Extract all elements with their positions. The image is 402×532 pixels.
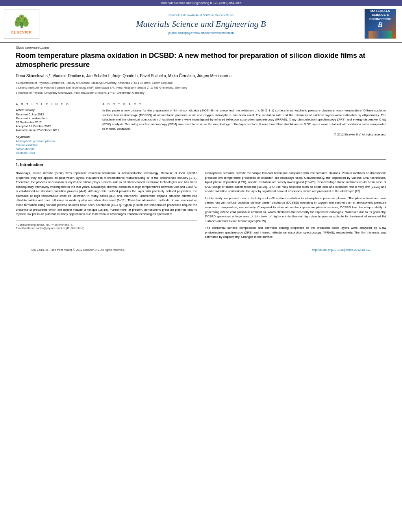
article-type-label: Short communication [16,46,386,50]
keyword-1: Atmospheric pressure plasma [16,139,94,143]
history-revised-label: Received in revised form [16,117,94,120]
keywords-title: Keywords: [16,135,94,139]
intro-para-1: Nowadays, silicon dioxide (SiO2) films r… [16,171,197,216]
affiliations: a Department of Physical Electronics, Fa… [16,81,386,95]
mseb-logo-line3: ENGINEERING [369,17,391,21]
journal-title: Materials Science and Engineering B [136,19,266,29]
article-info-header: A R T I C L E I N F O [16,102,94,106]
page: Materials Science and Engineering B 178 … [0,0,402,532]
divider-1 [16,99,386,99]
body-col-left: Nowadays, silicon dioxide (SiO2) films r… [16,171,197,241]
affiliation-a: a Department of Physical Electronics, Fa… [16,81,386,85]
svg-point-8 [24,19,25,20]
abstract-header: A B S T R A C T [102,102,386,106]
copyright-notice: © 2012 Elsevier B.V. All rights reserved… [102,133,386,136]
abstract-text: In this paper a new process for the prep… [102,108,386,131]
mseb-logo-line2: SCIENCE & [372,13,389,17]
sciverse-link: Contents lists available at SciVerse Sci… [169,13,233,17]
journal-homepage: journal homepage: www.elsevier.com/locat… [168,31,233,35]
footnote-email: E-mail address: danka@physics.muni.cz (D… [16,226,197,230]
elsevier-wordmark: ELSEVIER [11,30,32,34]
affiliation-b: b Leibniz Institute for Plasma Science a… [16,86,386,90]
history-accepted: Accepted 11 October 2012 [16,124,94,128]
footer-doi: http://dx.doi.org/10.1016/j.mseb.2012.10… [312,248,371,252]
keyword-3: Silicon dioxide [16,147,94,151]
intro-para-col2-1: atmospheric pressure provide the simple … [205,171,387,194]
svg-point-9 [21,16,22,18]
keyword-2: Plasma oxidation [16,143,94,147]
abstract-column: A B S T R A C T In this paper a new proc… [102,102,386,155]
intro-heading: 1. Introduction [16,163,386,167]
history-online: Available online 25 October 2012 [16,128,94,132]
page-footer: 0921-5107/$ – see front matter © 2012 El… [16,246,386,254]
elsevier-logo: ELSEVIER [4,9,39,39]
keyword-4: Coplanar DBD [16,151,94,155]
article-history-title: Article history: [16,108,94,112]
journal-logo-right: MATERIALS SCIENCE & ENGINEERING B [363,9,398,39]
journal-header: ELSEVIER Contents lists available at Sci… [0,6,402,43]
footnote-corresponding: * Corresponding author. Tel.: +420 54949… [16,223,197,227]
intro-para-col2-3: The elemental surface composition and ch… [205,226,387,239]
mseb-logo-line4: B [378,21,383,30]
authors-text: Dana Skácelová a,*, Vladimir Danilov c, … [16,74,232,78]
mseb-logo-box: MATERIALS SCIENCE & ENGINEERING B [365,9,396,39]
article-history: Article history: Received 5 July 2012 Re… [16,108,94,132]
main-content: Short communication Room temperature pla… [0,43,402,260]
history-revised-date: 15 September 2012 [16,120,94,124]
paper-title: Room temperature plasma oxidation in DCS… [16,51,386,70]
journal-center-header: Contents lists available at SciVerse Sci… [43,9,359,39]
journal-info-bar: Materials Science and Engineering B 178 … [0,0,402,6]
article-info-column: A R T I C L E I N F O Article history: R… [16,102,94,155]
footnote-area: * Corresponding author. Tel.: +420 54949… [16,221,197,231]
affiliation-c: c Institute of Physics, University Greif… [16,91,386,95]
svg-point-10 [16,22,17,23]
info-abstract-section: A R T I C L E I N F O Article history: R… [16,102,386,155]
history-received: Received 5 July 2012 [16,113,94,116]
footer-issn: 0921-5107/$ – see front matter © 2012 El… [31,248,125,252]
footnote-email-text: E-mail address: danka@physics.muni.cz (D… [16,227,85,230]
divider-2 [16,159,386,159]
svg-point-7 [18,18,20,20]
keywords-section: Keywords: Atmospheric pressure plasma Pl… [16,135,94,155]
mseb-logo-line1: MATERIALS [371,9,391,13]
authors-line: Dana Skácelová a,*, Vladimir Danilov c, … [16,73,386,79]
journal-volume-info: Materials Science and Engineering B 178 … [161,1,241,5]
body-columns: Nowadays, silicon dioxide (SiO2) films r… [16,171,386,241]
body-col-right: atmospheric pressure provide the simple … [205,171,387,241]
svg-point-11 [26,22,28,23]
elsevier-tree-icon [10,13,33,29]
intro-para-col2-2: In this study we present new a technique… [205,196,387,223]
